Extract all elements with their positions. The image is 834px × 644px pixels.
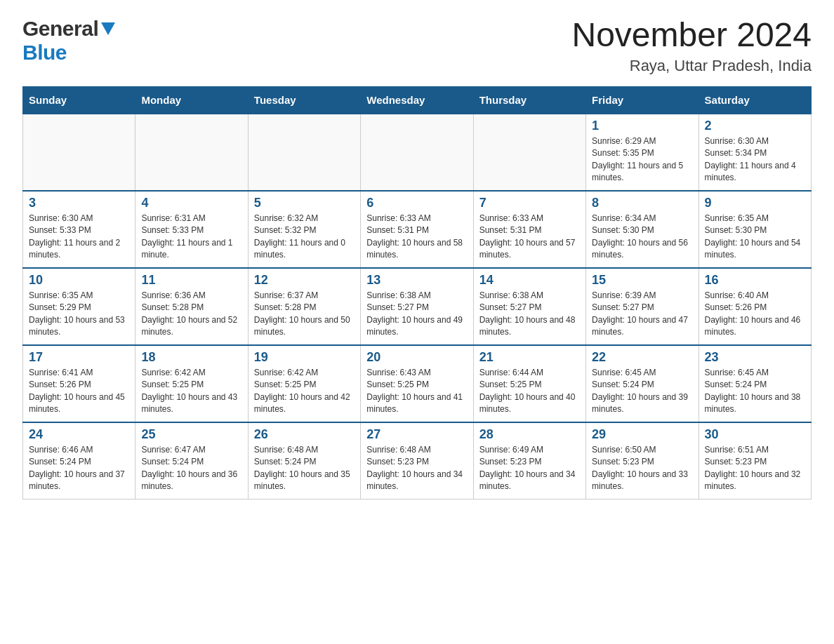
day-info: Sunrise: 6:33 AM Sunset: 5:31 PM Dayligh… (366, 213, 467, 262)
week-row-5: 24Sunrise: 6:46 AM Sunset: 5:24 PM Dayli… (23, 422, 812, 499)
header-row: SundayMondayTuesdayWednesdayThursdayFrid… (23, 86, 812, 114)
logo-blue-text: Blue (22, 41, 67, 64)
header-day-tuesday: Tuesday (248, 86, 360, 114)
header-day-wednesday: Wednesday (361, 86, 473, 114)
location-title: Raya, Uttar Pradesh, India (571, 57, 812, 75)
calendar-cell: 27Sunrise: 6:48 AM Sunset: 5:23 PM Dayli… (361, 422, 473, 499)
calendar-cell: 13Sunrise: 6:38 AM Sunset: 5:27 PM Dayli… (361, 268, 473, 345)
day-info: Sunrise: 6:30 AM Sunset: 5:34 PM Dayligh… (705, 135, 805, 185)
day-info: Sunrise: 6:50 AM Sunset: 5:23 PM Dayligh… (592, 444, 692, 493)
calendar-cell: 9Sunrise: 6:35 AM Sunset: 5:30 PM Daylig… (699, 191, 811, 268)
day-info: Sunrise: 6:32 AM Sunset: 5:32 PM Dayligh… (254, 213, 355, 262)
day-number: 26 (254, 427, 355, 442)
day-number: 13 (366, 273, 467, 288)
calendar-cell: 16Sunrise: 6:40 AM Sunset: 5:26 PM Dayli… (699, 268, 811, 345)
day-info: Sunrise: 6:38 AM Sunset: 5:27 PM Dayligh… (366, 290, 467, 339)
calendar-cell: 7Sunrise: 6:33 AM Sunset: 5:31 PM Daylig… (473, 191, 585, 268)
day-number: 14 (479, 273, 580, 288)
day-number: 28 (479, 427, 580, 442)
day-info: Sunrise: 6:38 AM Sunset: 5:27 PM Dayligh… (479, 290, 580, 339)
calendar-cell: 6Sunrise: 6:33 AM Sunset: 5:31 PM Daylig… (361, 191, 473, 268)
calendar-cell: 18Sunrise: 6:42 AM Sunset: 5:25 PM Dayli… (135, 345, 248, 422)
calendar-cell: 22Sunrise: 6:45 AM Sunset: 5:24 PM Dayli… (586, 345, 699, 422)
day-number: 20 (366, 350, 467, 365)
day-number: 6 (366, 196, 467, 210)
day-number: 21 (479, 350, 580, 365)
day-number: 5 (254, 196, 355, 210)
day-number: 17 (29, 350, 129, 365)
calendar-cell (248, 114, 360, 191)
calendar-cell: 26Sunrise: 6:48 AM Sunset: 5:24 PM Dayli… (248, 422, 360, 499)
calendar-table: SundayMondayTuesdayWednesdayThursdayFrid… (22, 86, 812, 500)
header-day-thursday: Thursday (473, 86, 585, 114)
logo-arrow-icon (101, 22, 115, 38)
calendar-cell: 19Sunrise: 6:42 AM Sunset: 5:25 PM Dayli… (248, 345, 360, 422)
calendar-cell: 5Sunrise: 6:32 AM Sunset: 5:32 PM Daylig… (248, 191, 360, 268)
day-info: Sunrise: 6:40 AM Sunset: 5:26 PM Dayligh… (705, 290, 805, 339)
day-info: Sunrise: 6:42 AM Sunset: 5:25 PM Dayligh… (141, 367, 241, 416)
day-info: Sunrise: 6:37 AM Sunset: 5:28 PM Dayligh… (254, 290, 355, 339)
day-info: Sunrise: 6:48 AM Sunset: 5:24 PM Dayligh… (254, 444, 355, 493)
calendar-cell: 8Sunrise: 6:34 AM Sunset: 5:30 PM Daylig… (586, 191, 699, 268)
day-number: 23 (705, 350, 805, 365)
day-info: Sunrise: 6:43 AM Sunset: 5:25 PM Dayligh… (366, 367, 467, 416)
calendar-cell: 4Sunrise: 6:31 AM Sunset: 5:33 PM Daylig… (135, 191, 248, 268)
day-info: Sunrise: 6:47 AM Sunset: 5:24 PM Dayligh… (141, 444, 241, 493)
calendar-cell: 12Sunrise: 6:37 AM Sunset: 5:28 PM Dayli… (248, 268, 360, 345)
day-number: 12 (254, 273, 355, 288)
calendar-cell: 10Sunrise: 6:35 AM Sunset: 5:29 PM Dayli… (23, 268, 135, 345)
day-info: Sunrise: 6:29 AM Sunset: 5:35 PM Dayligh… (592, 135, 692, 185)
logo: General Blue (22, 17, 115, 65)
day-info: Sunrise: 6:48 AM Sunset: 5:23 PM Dayligh… (366, 444, 467, 493)
title-section: November 2024 Raya, Uttar Pradesh, India (571, 17, 812, 75)
header-day-friday: Friday (586, 86, 699, 114)
day-number: 11 (141, 273, 241, 288)
day-info: Sunrise: 6:35 AM Sunset: 5:29 PM Dayligh… (29, 290, 129, 339)
day-info: Sunrise: 6:51 AM Sunset: 5:23 PM Dayligh… (705, 444, 805, 493)
day-info: Sunrise: 6:33 AM Sunset: 5:31 PM Dayligh… (479, 213, 580, 262)
logo-general-text: General (22, 17, 98, 41)
day-number: 3 (29, 196, 129, 210)
svg-marker-0 (101, 22, 115, 35)
day-info: Sunrise: 6:39 AM Sunset: 5:27 PM Dayligh… (592, 290, 692, 339)
day-number: 22 (592, 350, 692, 365)
calendar-cell: 14Sunrise: 6:38 AM Sunset: 5:27 PM Dayli… (473, 268, 585, 345)
day-number: 30 (705, 427, 805, 442)
day-info: Sunrise: 6:46 AM Sunset: 5:24 PM Dayligh… (29, 444, 129, 493)
page-header: General Blue November 2024 Raya, Uttar P… (22, 17, 812, 75)
calendar-cell: 1Sunrise: 6:29 AM Sunset: 5:35 PM Daylig… (586, 114, 699, 191)
day-number: 19 (254, 350, 355, 365)
day-info: Sunrise: 6:34 AM Sunset: 5:30 PM Dayligh… (592, 213, 692, 262)
day-number: 10 (29, 273, 129, 288)
month-title: November 2024 (571, 17, 812, 54)
week-row-2: 3Sunrise: 6:30 AM Sunset: 5:33 PM Daylig… (23, 191, 812, 268)
calendar-cell: 15Sunrise: 6:39 AM Sunset: 5:27 PM Dayli… (586, 268, 699, 345)
calendar-cell: 20Sunrise: 6:43 AM Sunset: 5:25 PM Dayli… (361, 345, 473, 422)
calendar-cell: 17Sunrise: 6:41 AM Sunset: 5:26 PM Dayli… (23, 345, 135, 422)
calendar-cell: 28Sunrise: 6:49 AM Sunset: 5:23 PM Dayli… (473, 422, 585, 499)
calendar-cell: 29Sunrise: 6:50 AM Sunset: 5:23 PM Dayli… (586, 422, 699, 499)
day-info: Sunrise: 6:45 AM Sunset: 5:24 PM Dayligh… (592, 367, 692, 416)
day-number: 9 (705, 196, 805, 210)
week-row-4: 17Sunrise: 6:41 AM Sunset: 5:26 PM Dayli… (23, 345, 812, 422)
day-info: Sunrise: 6:31 AM Sunset: 5:33 PM Dayligh… (141, 213, 241, 262)
calendar-cell: 25Sunrise: 6:47 AM Sunset: 5:24 PM Dayli… (135, 422, 248, 499)
day-number: 25 (141, 427, 241, 442)
calendar-cell (473, 114, 585, 191)
week-row-1: 1Sunrise: 6:29 AM Sunset: 5:35 PM Daylig… (23, 114, 812, 191)
day-number: 7 (479, 196, 580, 210)
calendar-cell (23, 114, 135, 191)
calendar-cell: 24Sunrise: 6:46 AM Sunset: 5:24 PM Dayli… (23, 422, 135, 499)
day-number: 8 (592, 196, 692, 210)
day-info: Sunrise: 6:49 AM Sunset: 5:23 PM Dayligh… (479, 444, 580, 493)
day-info: Sunrise: 6:41 AM Sunset: 5:26 PM Dayligh… (29, 367, 129, 416)
day-info: Sunrise: 6:42 AM Sunset: 5:25 PM Dayligh… (254, 367, 355, 416)
day-number: 15 (592, 273, 692, 288)
day-info: Sunrise: 6:36 AM Sunset: 5:28 PM Dayligh… (141, 290, 241, 339)
day-number: 27 (366, 427, 467, 442)
day-number: 2 (705, 119, 805, 133)
calendar-cell: 3Sunrise: 6:30 AM Sunset: 5:33 PM Daylig… (23, 191, 135, 268)
calendar-cell: 23Sunrise: 6:45 AM Sunset: 5:24 PM Dayli… (699, 345, 811, 422)
day-info: Sunrise: 6:45 AM Sunset: 5:24 PM Dayligh… (705, 367, 805, 416)
day-number: 4 (141, 196, 241, 210)
